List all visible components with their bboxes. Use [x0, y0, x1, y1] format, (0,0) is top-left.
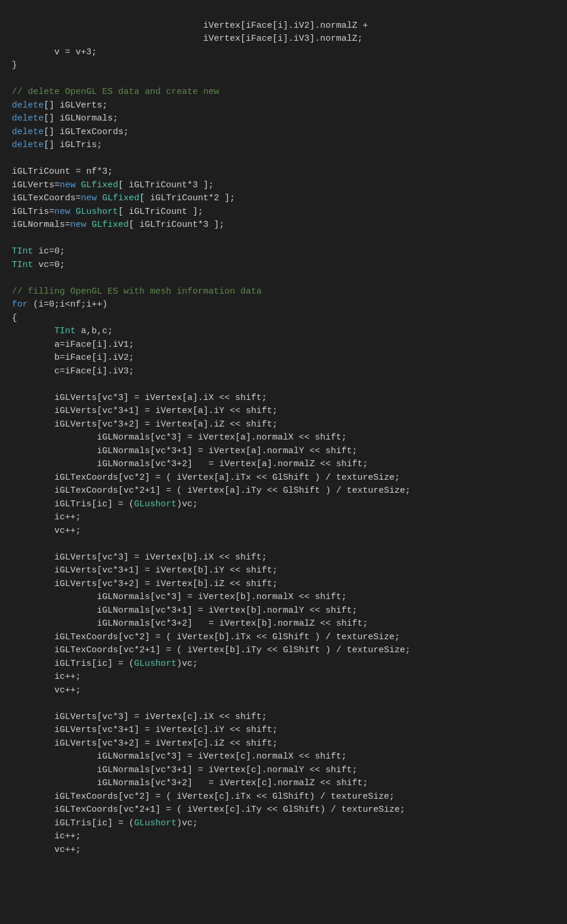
- line-34: iGLVerts[vc*3+1] = iVertex[b].iY << shif…: [12, 565, 278, 575]
- line-35: iGLVerts[vc*3+2] = iVertex[b].iZ << shif…: [12, 579, 278, 589]
- line-39: iGLTexCoords[vc*2] = ( iVertex[b].iTx <<…: [12, 632, 400, 642]
- line-2: iVertex[iFace[i].iV3].normalZ;: [12, 34, 363, 44]
- line-6: delete[] iGLNormals;: [12, 113, 118, 123]
- line-32: vc++;: [12, 526, 81, 536]
- line-5: delete[] iGLVerts;: [12, 100, 107, 110]
- line-38: iGLNormals[vc*3+2] = iVertex[b].normalZ …: [12, 619, 368, 629]
- line-10: iGLVerts=new GLfixed[ iGLTriCount*3 ];: [12, 180, 214, 190]
- line-comment-1: // delete OpenGL ES data and create new: [12, 87, 219, 97]
- line-45: iGLVerts[vc*3+1] = iVertex[c].iY << shif…: [12, 725, 278, 735]
- line-48: iGLNormals[vc*3+1] = iVertex[c].normalY …: [12, 765, 357, 775]
- line-22: iGLVerts[vc*3] = iVertex[a].iX << shift;: [12, 393, 267, 403]
- line-1: iVertex[iFace[i].iV2].normalZ +: [12, 21, 368, 31]
- line-9: iGLTriCount = nf*3;: [12, 167, 113, 177]
- line-27: iGLNormals[vc*3+2] = iVertex[a].normalZ …: [12, 459, 368, 469]
- line-13: iGLNormals=new GLfixed[ iGLTriCount*3 ];: [12, 220, 224, 230]
- line-25: iGLNormals[vc*3] = iVertex[a].normalX <<…: [12, 432, 347, 443]
- line-23: iGLVerts[vc*3+1] = iVertex[a].iY << shif…: [12, 406, 278, 416]
- line-52: iGLTris[ic] = (GLushort)vc;: [12, 818, 198, 828]
- code-block: iVertex[iFace[i].iV2].normalZ + iVertex[…: [0, 0, 567, 863]
- line-42: ic++;: [12, 672, 81, 682]
- line-20: b=iFace[i].iV2;: [12, 353, 134, 363]
- line-comment-2: // filling OpenGL ES with mesh informati…: [12, 287, 262, 297]
- line-41: iGLTris[ic] = (GLushort)vc;: [12, 659, 198, 669]
- line-24: iGLVerts[vc*3+2] = iVertex[a].iZ << shif…: [12, 419, 278, 430]
- line-16: for (i=0;i<nf;i++): [12, 300, 107, 310]
- line-40: iGLTexCoords[vc*2+1] = ( iVertex[b].iTy …: [12, 645, 410, 655]
- line-8: delete[] iGLTris;: [12, 140, 102, 150]
- line-37: iGLNormals[vc*3+1] = iVertex[b].normalY …: [12, 606, 357, 616]
- line-21: c=iFace[i].iV3;: [12, 366, 134, 376]
- line-4: }: [12, 60, 17, 70]
- line-30: iGLTris[ic] = (GLushort)vc;: [12, 499, 198, 509]
- line-3: v = v+3;: [12, 47, 97, 57]
- line-53: ic++;: [12, 831, 81, 841]
- line-43: vc++;: [12, 685, 81, 695]
- line-36: iGLNormals[vc*3] = iVertex[b].normalX <<…: [12, 592, 347, 602]
- line-49: iGLNormals[vc*3+2] = iVertex[c].normalZ …: [12, 778, 368, 788]
- line-17: {: [12, 313, 17, 323]
- line-33: iGLVerts[vc*3] = iVertex[b].iX << shift;: [12, 552, 267, 562]
- line-51: iGLTexCoords[vc*2+1] = ( iVertex[c].iTy …: [12, 805, 405, 815]
- line-26: iGLNormals[vc*3+1] = iVertex[a].normalY …: [12, 446, 357, 456]
- line-31: ic++;: [12, 512, 81, 522]
- line-29: iGLTexCoords[vc*2+1] = ( iVertex[a].iTy …: [12, 486, 410, 496]
- line-47: iGLNormals[vc*3] = iVertex[c].normalX <<…: [12, 751, 347, 762]
- line-44: iGLVerts[vc*3] = iVertex[c].iX << shift;: [12, 712, 267, 722]
- line-11: iGLTexCoords=new GLfixed[ iGLTriCount*2 …: [12, 193, 235, 203]
- line-14: TInt ic=0;: [12, 246, 65, 256]
- line-7: delete[] iGLTexCoords;: [12, 127, 129, 137]
- line-15: TInt vc=0;: [12, 260, 65, 270]
- line-19: a=iFace[i].iV1;: [12, 340, 134, 350]
- line-46: iGLVerts[vc*3+2] = iVertex[c].iZ << shif…: [12, 738, 278, 749]
- line-50: iGLTexCoords[vc*2] = ( iVertex[c].iTx <<…: [12, 792, 395, 802]
- line-12: iGLTris=new GLushort[ iGLTriCount ];: [12, 207, 203, 217]
- line-18: TInt a,b,c;: [12, 326, 113, 336]
- line-54: vc++;: [12, 845, 81, 855]
- line-28: iGLTexCoords[vc*2] = ( iVertex[a].iTx <<…: [12, 473, 400, 483]
